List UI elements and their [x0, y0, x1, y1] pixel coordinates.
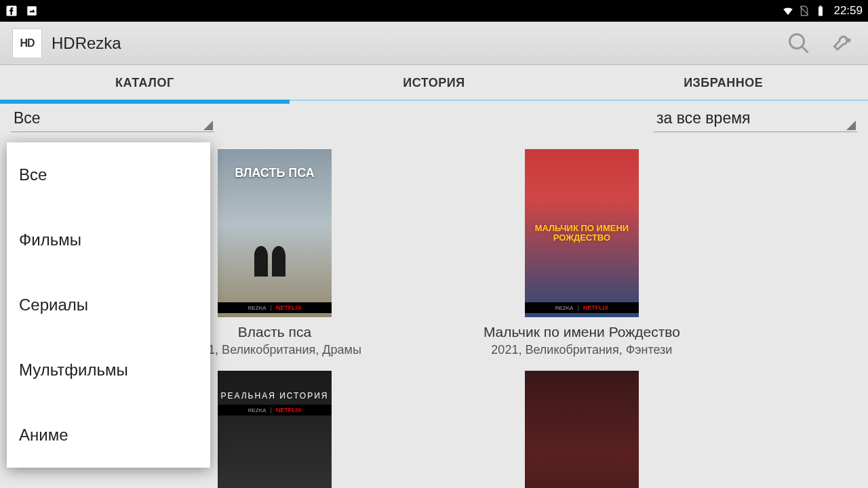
poster-badge: REZKA|NETFLIX — [525, 302, 639, 313]
dropdown-option-films[interactable]: Фильмы — [7, 207, 210, 272]
gallery-icon — [26, 5, 38, 17]
facebook-icon — [5, 5, 18, 17]
dropdown-option-all[interactable]: Все — [7, 142, 210, 207]
svg-line-6 — [802, 46, 808, 52]
app-header: HD HDRezka — [0, 22, 868, 65]
app-logo: HD — [12, 28, 42, 58]
svg-rect-4 — [820, 6, 822, 7]
option-label: Фильмы — [19, 230, 81, 249]
dropdown-option-cartoons[interactable]: Мультфильмы — [7, 338, 210, 403]
movie-poster: РЕАЛЬНАЯ ИСТОРИЯ REZKA|NETFLIX — [218, 371, 332, 488]
movie-poster: ВЛАСТЬ ПСА REZKA|NETFLIX — [218, 149, 332, 317]
dropdown-selected: Все — [14, 109, 41, 127]
poster-badge: REZKA|NETFLIX — [218, 302, 332, 313]
tab-label: ИЗБРАННОЕ — [684, 76, 763, 89]
period-dropdown[interactable]: за все время — [654, 106, 857, 132]
content-column-1: ВЛАСТЬ ПСА REZKA|NETFLIX Власть пса 2021… — [188, 149, 361, 481]
poster-badge: REZKA|NETFLIX — [218, 405, 332, 415]
dropdown-option-series[interactable]: Сериалы — [7, 272, 210, 338]
movie-card[interactable]: РЕАЛЬНАЯ ИСТОРИЯ REZKA|NETFLIX — [218, 371, 332, 488]
filter-period-wrap: за все время — [654, 106, 857, 132]
tab-favorites[interactable]: ИЗБРАННОЕ — [578, 65, 868, 104]
option-label: Сериалы — [19, 296, 88, 314]
movie-poster: МАЛЬЧИК ПО ИМЕНИ РОЖДЕСТВО REZKA|NETFLIX — [525, 149, 639, 317]
tab-label: КАТАЛОГ — [115, 76, 174, 89]
settings-wrench-icon[interactable] — [831, 31, 856, 56]
option-label: Мультфильмы — [19, 361, 128, 379]
status-clock: 22:59 — [833, 4, 863, 18]
category-dropdown[interactable]: Все — [11, 106, 214, 132]
status-left-icons — [5, 5, 38, 17]
content-column-2: МАЛЬЧИК ПО ИМЕНИ РОЖДЕСТВО REZKA|NETFLIX… — [484, 149, 680, 481]
tab-history[interactable]: ИСТОРИЯ — [290, 65, 579, 104]
option-label: Аниме — [19, 426, 68, 444]
android-status-bar: 22:59 — [0, 0, 868, 22]
tab-bar: КАТАЛОГ ИСТОРИЯ ИЗБРАННОЕ — [0, 65, 868, 104]
svg-point-7 — [848, 39, 850, 41]
poster-overlay-title: ВЛАСТЬ ПСА — [235, 166, 315, 180]
no-sim-icon — [798, 5, 810, 17]
movie-title: Власть пса — [238, 324, 311, 340]
filter-bar: Все за все время — [0, 104, 868, 132]
battery-icon — [814, 5, 827, 17]
header-actions — [787, 31, 856, 56]
category-dropdown-menu: Все Фильмы Сериалы Мультфильмы Аниме — [7, 142, 210, 468]
svg-rect-1 — [27, 6, 37, 16]
movie-card[interactable]: ВЛАСТЬ ПСА REZKA|NETFLIX Власть пса 2021… — [188, 149, 361, 357]
search-icon[interactable] — [787, 31, 811, 56]
dropdown-option-anime[interactable]: Аниме — [7, 403, 210, 468]
wifi-icon — [782, 5, 794, 17]
svg-point-5 — [790, 34, 804, 48]
status-right-icons: 22:59 — [782, 4, 863, 18]
app-title: HDRezka — [52, 34, 121, 53]
filter-category-wrap: Все — [11, 106, 214, 132]
dropdown-selected: за все время — [656, 109, 750, 127]
movie-card[interactable]: МАЛЬЧИК ПО ИМЕНИ РОЖДЕСТВО REZKA|NETFLIX… — [484, 149, 680, 357]
poster-overlay-title: МАЛЬЧИК ПО ИМЕНИ РОЖДЕСТВО — [525, 224, 639, 243]
tab-catalog[interactable]: КАТАЛОГ — [0, 65, 290, 104]
movie-meta: 2021, Великобритания, Драмы — [188, 343, 361, 357]
movie-meta: 2021, Великобритания, Фэнтези — [491, 343, 672, 357]
option-label: Все — [19, 165, 47, 184]
tab-label: ИСТОРИЯ — [403, 76, 465, 89]
movie-card[interactable] — [525, 371, 639, 488]
poster-overlay-title: РЕАЛЬНАЯ ИСТОРИЯ — [220, 391, 328, 401]
movie-title: Мальчик по имени Рождество — [484, 324, 680, 340]
movie-poster — [525, 371, 639, 488]
svg-rect-3 — [818, 7, 823, 16]
